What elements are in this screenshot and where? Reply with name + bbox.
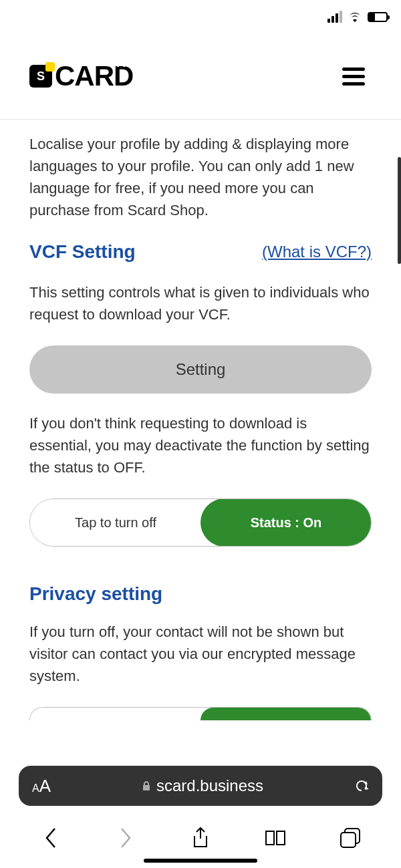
- reload-icon[interactable]: [354, 778, 369, 793]
- lock-icon: [142, 780, 151, 791]
- privacy-toggle-partial[interactable]: [29, 707, 372, 720]
- logo-badge: S: [29, 65, 52, 88]
- main-content: Localise your profile by adding & displa…: [0, 120, 401, 720]
- vcf-section-header: VCF Setting (What is VCF?): [29, 241, 372, 263]
- tabs-button[interactable]: [340, 827, 361, 849]
- url-bar[interactable]: AA scard.business: [19, 766, 382, 806]
- scroll-indicator[interactable]: [398, 157, 401, 264]
- url-text: scard.business: [156, 776, 263, 795]
- status-bar: [0, 0, 401, 33]
- back-button[interactable]: [40, 827, 61, 849]
- vcf-deactivate-note: If you don't think requesting to downloa…: [29, 412, 372, 478]
- url-display[interactable]: scard.business: [142, 776, 263, 795]
- forward-button[interactable]: [115, 827, 136, 849]
- bookmarks-button[interactable]: [265, 827, 286, 849]
- setting-button[interactable]: Setting: [29, 345, 372, 394]
- battery-icon: [368, 12, 388, 22]
- vcf-title: VCF Setting: [29, 241, 136, 263]
- home-indicator[interactable]: [144, 859, 257, 863]
- banner-buy-link[interactable]: Buy more: [114, 71, 287, 88]
- wifi-icon: [348, 11, 362, 22]
- vcf-help-link[interactable]: (What is VCF?): [262, 243, 372, 261]
- privacy-section: Privacy setting If you turn off, your co…: [29, 583, 372, 720]
- text-size-button[interactable]: AA: [32, 776, 51, 797]
- vcf-toggle[interactable]: Tap to turn off Status : On: [29, 498, 372, 547]
- browser-bar: AA scard.business: [0, 758, 401, 814]
- hamburger-icon[interactable]: [342, 67, 365, 86]
- language-banner: Want add more language? Buy more: [114, 53, 287, 88]
- share-button[interactable]: [190, 827, 211, 849]
- svg-rect-1: [341, 833, 356, 847]
- vcf-description: This setting controls what is given to i…: [29, 281, 372, 325]
- signal-icon: [327, 11, 342, 23]
- privacy-description: If you turn off, your contact will not b…: [29, 621, 372, 687]
- banner-question: Want add more language?: [114, 53, 287, 71]
- toggle-on-label[interactable]: Status : On: [200, 498, 372, 547]
- language-description: Localise your profile by adding & displa…: [29, 133, 372, 221]
- browser-nav-bar: [0, 815, 401, 861]
- toggle-off-label[interactable]: Tap to turn off: [30, 499, 201, 546]
- privacy-title: Privacy setting: [29, 583, 372, 605]
